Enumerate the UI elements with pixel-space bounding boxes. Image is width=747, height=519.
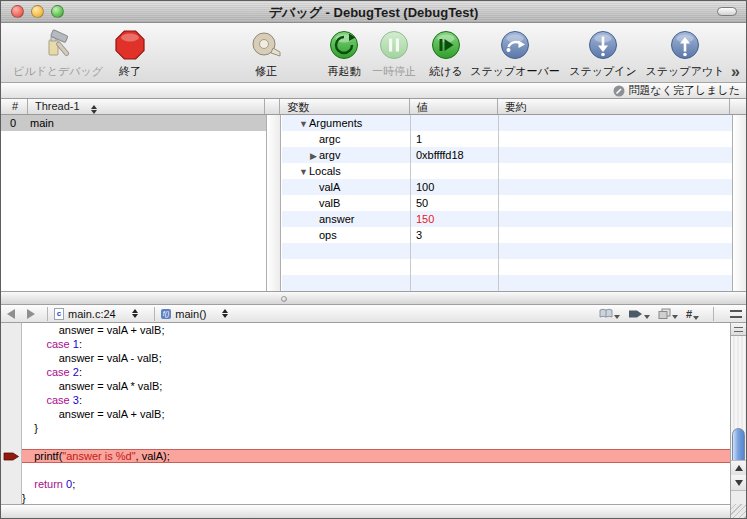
thread-row-main[interactable]: 0main: [1, 115, 266, 131]
tape-icon: [239, 27, 293, 63]
stop-icon: [107, 27, 153, 63]
window-resize-grip[interactable]: [730, 504, 746, 518]
variable-row-valA[interactable]: valA100: [282, 179, 732, 195]
title-bar[interactable]: デバッグ - DebugTest (DebugTest): [1, 1, 746, 23]
variable-value: 3: [411, 227, 499, 243]
variable-summary: [499, 211, 732, 227]
editor-horizontal-scrollbar[interactable]: [1, 504, 746, 518]
step-over-icon: [467, 27, 563, 63]
toolbar-item-step-out[interactable]: ステップアウト: [643, 27, 727, 81]
code-line: [22, 463, 730, 477]
variable-value: 0xbffffd18: [411, 147, 499, 163]
variable-row-Locals[interactable]: ▼Locals: [282, 163, 732, 179]
nav-back-button[interactable]: [7, 309, 15, 319]
toolbar-item-fix[interactable]: 修正: [239, 27, 293, 81]
debugger-window: デバッグ - DebugTest (DebugTest) ビルドとデバッグ終了修…: [0, 0, 747, 519]
editor-lines-icon[interactable]: [730, 310, 742, 318]
variable-name: Arguments: [309, 117, 362, 129]
variables-scrollbar[interactable]: [732, 115, 747, 291]
variable-name: valA: [319, 181, 340, 193]
toolbar-item-label: 終了: [107, 64, 153, 79]
toolbar-item-step-over[interactable]: ステップオーバー: [467, 27, 563, 81]
file-popup-label: main.c:24: [68, 308, 116, 320]
toolbar-item-pause: 一時停止: [369, 27, 419, 81]
variable-row-answer[interactable]: answer150: [282, 211, 732, 227]
variable-name: valB: [319, 197, 340, 209]
header-spacer: [265, 99, 280, 114]
includes-menu-button[interactable]: #: [686, 308, 699, 320]
disclosure-open-icon[interactable]: ▼: [298, 116, 309, 131]
step-out-icon: [643, 27, 727, 63]
function-popup-label: main(): [175, 308, 206, 320]
toolbar-item-continue[interactable]: 続ける: [421, 27, 471, 81]
split-editor-button[interactable]: [731, 323, 746, 336]
disclosure-open-icon[interactable]: ▼: [298, 164, 309, 179]
thread-number: 0: [1, 115, 20, 131]
variable-name: argc: [319, 133, 340, 145]
toolbar: ビルドとデバッグ終了修正再起動一時停止続けるステップオーバーステップインステップ…: [1, 23, 746, 83]
scroll-up-arrow[interactable]: [731, 460, 746, 475]
source-editor[interactable]: answer = valA + valB; case 1: answer = v…: [1, 323, 746, 506]
breakpoints-menu-button[interactable]: [628, 309, 650, 319]
code-line-current: printf("answer is %d", valA);: [22, 449, 730, 463]
header-spacer: [730, 99, 746, 114]
hammer-icon: [6, 27, 110, 63]
variable-summary: [499, 195, 732, 211]
arrow-up-icon: [735, 465, 743, 471]
variable-row-Arguments[interactable]: ▼Arguments: [282, 115, 732, 131]
toolbar-item-build-and-debug: ビルドとデバッグ: [6, 27, 110, 81]
file-popup[interactable]: c main.c:24: [54, 308, 148, 320]
function-icon: f(): [161, 309, 172, 319]
breakpoint-icon[interactable]: [3, 451, 20, 462]
toolbar-toggle-pill[interactable]: [717, 7, 737, 16]
variables-col-summary-header[interactable]: 要約: [498, 99, 730, 114]
thread-col-thread-header[interactable]: Thread-1: [28, 99, 265, 114]
toolbar-item-label: 続ける: [421, 64, 471, 79]
variable-name: argv: [319, 149, 340, 161]
variable-row-argv[interactable]: ▶argv0xbffffd18: [282, 147, 732, 163]
variable-summary: [499, 163, 732, 179]
variables-col-value-header[interactable]: 値: [410, 99, 498, 114]
thread-col-num-header[interactable]: #: [1, 99, 28, 114]
variables-table[interactable]: ▼Argumentsargc1▶argv0xbffffd18▼Localsval…: [282, 115, 732, 291]
nav-forward-button[interactable]: [27, 309, 35, 319]
toolbar-item-terminate[interactable]: 終了: [107, 27, 153, 81]
variable-value: [411, 115, 499, 131]
code-line: case 3:: [22, 393, 730, 407]
bookmarks-menu-button[interactable]: [599, 308, 620, 319]
nav-bar-right-controls: #: [599, 307, 746, 321]
variable-row-valB[interactable]: valB50: [282, 195, 732, 211]
thread-list[interactable]: 0main: [1, 115, 266, 291]
editor-nav-bar: c main.c:24 f() main() #: [1, 305, 746, 323]
book-icon: [599, 308, 613, 319]
variable-summary: [499, 115, 732, 131]
variable-value: 100: [411, 179, 499, 195]
code-line: }: [22, 421, 730, 435]
variables-col-name-header[interactable]: 変数: [280, 99, 410, 114]
counterparts-button[interactable]: [658, 308, 678, 319]
popup-stepper-icon: [132, 309, 138, 318]
variable-row-argc[interactable]: argc1: [282, 131, 732, 147]
editor-vertical-scrollbar[interactable]: [730, 323, 746, 506]
disclosure-closed-icon[interactable]: ▶: [308, 148, 319, 163]
thread-list-scrollbar[interactable]: [266, 115, 281, 291]
variable-name: Locals: [309, 165, 341, 177]
panes-header: # Thread-1 変数 値 要約: [1, 99, 746, 115]
toolbar-item-restart[interactable]: 再起動: [317, 27, 371, 81]
pane-splitter[interactable]: [1, 291, 746, 305]
splitter-dimple-icon: [281, 296, 287, 302]
status-bar: 問題なく完了しました: [1, 83, 746, 99]
variable-name: answer: [319, 213, 354, 225]
code-lines[interactable]: answer = valA + valB; case 1: answer = v…: [22, 323, 730, 506]
scroll-down-arrow[interactable]: [731, 475, 746, 490]
variable-row-ops[interactable]: ops3: [282, 227, 732, 243]
toolbar-item-label: ステップイン: [565, 64, 641, 79]
function-popup[interactable]: f() main(): [161, 308, 239, 320]
breakpoint-gutter[interactable]: [1, 323, 22, 506]
code-line: answer = valA * valB;: [22, 379, 730, 393]
breakpoint-marker-icon: [628, 309, 643, 319]
toolbar-overflow-chevron[interactable]: »: [731, 63, 740, 81]
toolbar-item-step-in[interactable]: ステップイン: [565, 27, 641, 81]
counterpart-files-icon: [658, 308, 671, 319]
chevron-down-icon: [672, 315, 678, 319]
